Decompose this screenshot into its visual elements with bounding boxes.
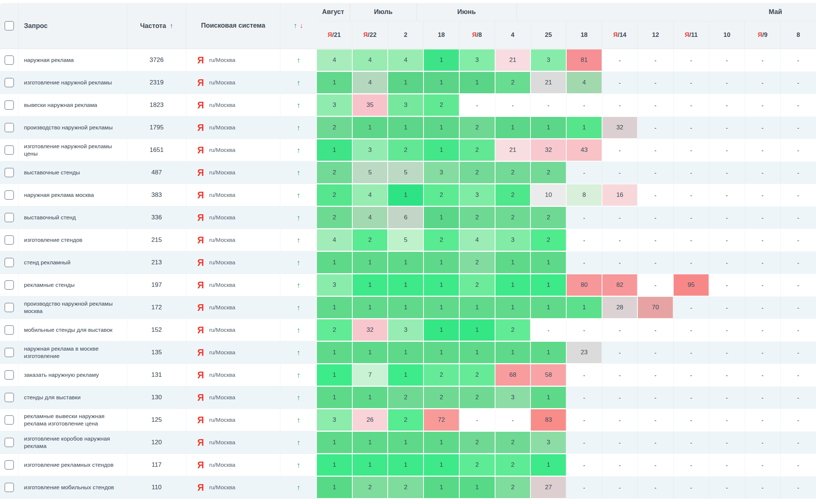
position-cell-empty[interactable]: - — [745, 161, 781, 184]
position-cell-empty[interactable]: - — [780, 206, 816, 229]
position-cell[interactable]: 1 — [530, 296, 566, 319]
position-cell[interactable]: 1 — [423, 251, 459, 274]
position-cell[interactable]: 1 — [388, 184, 423, 206]
position-cell-empty[interactable]: - — [709, 409, 745, 431]
position-cell-empty[interactable]: - — [673, 139, 709, 161]
position-cell[interactable]: 2 — [317, 184, 352, 206]
position-cell[interactable]: 1 — [566, 296, 602, 319]
position-cell[interactable]: 5 — [388, 161, 423, 184]
position-cell[interactable]: 4 — [317, 229, 352, 251]
position-cell-empty[interactable]: - — [673, 409, 709, 431]
position-cell[interactable]: 1 — [530, 341, 566, 364]
position-cell-empty[interactable]: - — [637, 72, 673, 94]
row-checkbox[interactable] — [4, 213, 14, 222]
position-cell[interactable]: 4 — [352, 184, 388, 206]
position-cell-empty[interactable]: - — [780, 139, 816, 161]
position-cell-empty[interactable]: - — [745, 72, 781, 94]
position-cell[interactable]: 5 — [352, 161, 388, 184]
position-cell-empty[interactable]: - — [566, 251, 602, 274]
query-cell[interactable]: изготовление рекламных стендов — [18, 454, 127, 476]
query-cell[interactable]: стенд рекламный — [18, 251, 127, 274]
position-cell-empty[interactable]: - — [673, 319, 709, 341]
position-cell[interactable]: 72 — [423, 409, 459, 431]
position-cell[interactable]: 2 — [495, 476, 531, 499]
position-cell-empty[interactable]: - — [673, 49, 709, 72]
position-cell[interactable]: 2 — [495, 161, 531, 184]
position-cell[interactable]: 1 — [423, 319, 459, 341]
row-checkbox[interactable] — [4, 78, 14, 87]
position-cell-empty[interactable]: - — [459, 409, 495, 431]
position-cell[interactable]: 1 — [388, 431, 423, 454]
date-header[interactable]: Я/14 — [602, 21, 637, 49]
position-cell[interactable]: 1 — [352, 341, 388, 364]
position-cell[interactable]: 32 — [352, 319, 388, 341]
position-cell-empty[interactable]: - — [637, 364, 673, 386]
position-cell-empty[interactable]: - — [566, 161, 602, 184]
position-cell-empty[interactable]: - — [637, 161, 673, 184]
position-cell[interactable]: 1 — [495, 251, 531, 274]
position-cell-empty[interactable]: - — [745, 49, 781, 72]
position-cell[interactable]: 1 — [317, 341, 352, 364]
position-cell[interactable]: 43 — [566, 139, 602, 161]
position-cell-empty[interactable]: - — [602, 409, 638, 431]
position-cell[interactable]: 2 — [495, 206, 531, 229]
position-cell[interactable]: 1 — [423, 431, 459, 454]
position-cell[interactable]: 32 — [602, 117, 638, 139]
position-cell[interactable]: 1 — [459, 476, 495, 499]
position-cell[interactable]: 1 — [459, 319, 495, 341]
position-cell[interactable]: 68 — [495, 364, 531, 386]
position-cell[interactable]: 2 — [352, 476, 388, 499]
position-cell[interactable]: 1 — [388, 296, 423, 319]
position-cell-empty[interactable]: - — [709, 364, 745, 386]
position-cell[interactable]: 1 — [317, 139, 352, 161]
position-cell-empty[interactable]: - — [709, 139, 745, 161]
position-cell-empty[interactable]: - — [530, 319, 566, 341]
position-cell-empty[interactable]: - — [780, 251, 816, 274]
position-cell[interactable]: 3 — [423, 161, 459, 184]
date-header[interactable]: Я/8 — [459, 21, 495, 49]
date-header[interactable]: 18 — [566, 21, 602, 49]
date-header[interactable]: 8 — [780, 21, 816, 49]
position-cell-empty[interactable]: - — [602, 341, 638, 364]
position-cell[interactable]: 2 — [459, 206, 495, 229]
position-cell-empty[interactable]: - — [602, 454, 638, 476]
position-cell[interactable]: 1 — [423, 206, 459, 229]
row-checkbox[interactable] — [4, 123, 14, 132]
position-cell-empty[interactable]: - — [745, 341, 781, 364]
position-cell-empty[interactable]: - — [709, 431, 745, 454]
position-cell-empty[interactable]: - — [709, 161, 745, 184]
position-cell-empty[interactable]: - — [602, 72, 638, 94]
position-cell[interactable]: 23 — [566, 341, 602, 364]
position-cell[interactable]: 3 — [495, 229, 531, 251]
position-cell-empty[interactable]: - — [745, 454, 781, 476]
position-cell-empty[interactable]: - — [709, 341, 745, 364]
position-cell[interactable]: 1 — [352, 296, 388, 319]
position-cell-empty[interactable]: - — [602, 319, 638, 341]
query-cell[interactable]: выставочный стенд — [18, 206, 127, 229]
position-cell[interactable]: 1 — [352, 431, 388, 454]
position-cell[interactable]: 10 — [530, 184, 566, 206]
query-cell[interactable]: изготовление наружной рекламы цены — [18, 139, 127, 161]
position-cell-empty[interactable]: - — [780, 386, 816, 409]
position-cell[interactable]: 2 — [423, 184, 459, 206]
position-cell[interactable]: 1 — [459, 296, 495, 319]
position-cell[interactable]: 58 — [530, 364, 566, 386]
position-cell-empty[interactable]: - — [780, 454, 816, 476]
position-cell[interactable]: 3 — [388, 94, 423, 117]
position-cell-empty[interactable]: - — [637, 274, 673, 296]
position-cell[interactable]: 4 — [352, 49, 388, 72]
position-cell-empty[interactable]: - — [637, 476, 673, 499]
position-cell[interactable]: 2 — [317, 319, 352, 341]
row-checkbox[interactable] — [4, 325, 14, 335]
position-cell-empty[interactable]: - — [745, 274, 781, 296]
position-cell[interactable]: 2 — [388, 476, 423, 499]
position-cell-empty[interactable]: - — [673, 206, 709, 229]
position-cell-empty[interactable]: - — [637, 319, 673, 341]
position-cell-empty[interactable]: - — [673, 251, 709, 274]
position-cell-empty[interactable]: - — [673, 184, 709, 206]
position-cell-empty[interactable]: - — [637, 94, 673, 117]
position-cell-empty[interactable]: - — [566, 229, 602, 251]
position-cell[interactable]: 35 — [352, 94, 388, 117]
position-cell-empty[interactable]: - — [780, 49, 816, 72]
position-cell[interactable]: 2 — [317, 206, 352, 229]
